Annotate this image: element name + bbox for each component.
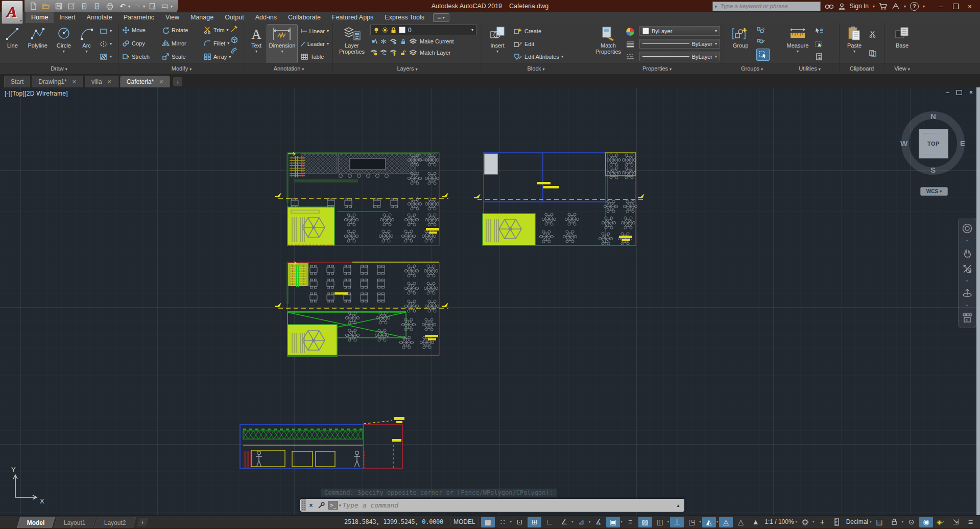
steering-wheel-icon[interactable] [962,223,973,234]
ortho-mode-toggle[interactable]: ∟ [542,517,556,527]
object-color-combo[interactable]: ByLayer▾ [639,26,720,36]
layer-freeze-icon[interactable] [380,38,387,44]
offset-icon[interactable] [230,47,239,55]
layer-isolate-icon[interactable] [390,38,397,44]
text-button[interactable]: A Text ▾ [247,25,266,63]
measure-button[interactable]: Measure ▾ [782,25,813,63]
lineweight-toggle[interactable]: ≡ [624,517,637,527]
help-search-box[interactable]: ▸ [712,2,821,11]
layout-tab-model[interactable]: Model [17,517,55,528]
autodesk-caret-icon[interactable]: ▾ [904,4,906,9]
search-binoculars-icon[interactable] [825,3,834,10]
annotation-scale-button[interactable]: 1:1 / 100% [763,517,795,527]
line-button[interactable]: Line [2,25,23,63]
tab-add-ins[interactable]: Add-ins [250,12,282,23]
scale-button[interactable]: Scale [160,52,201,62]
layout-tab-layout1[interactable]: Layout1 [54,517,96,528]
make-current-button[interactable]: Make Current [420,38,454,44]
viewcube-east[interactable]: E [960,139,965,148]
command-customize-wrench-icon[interactable] [316,502,326,509]
polyline-button[interactable]: Polyline [25,25,51,63]
tab-close-icon[interactable]: ✕ [107,79,112,85]
annotation-all-scales-toggle[interactable]: △ [734,517,748,527]
zoom-extents-icon[interactable] [962,263,973,274]
quick-calculator-icon[interactable] [815,53,830,60]
help-caret-icon[interactable]: ▾ [923,4,925,9]
circle-button[interactable]: Circle ▾ [53,25,75,63]
edit-attributes-button[interactable]: Edit Attributes▾ [512,52,573,61]
orbit-icon[interactable] [962,288,973,299]
sheet-set-button[interactable] [147,1,158,11]
isometric-drafting-toggle[interactable]: ⊿ [575,517,588,527]
block-create-button[interactable]: Create [512,26,573,36]
tab-output[interactable]: Output [219,12,250,23]
transparency-toggle[interactable]: ▨ [638,517,652,527]
match-properties-button[interactable]: Match Properties [592,25,624,63]
linear-dimension-button[interactable]: Linear▾ [299,26,330,36]
tab-parametric[interactable]: Parametric [118,12,160,23]
base-button[interactable]: Base [888,25,917,63]
insert-button[interactable]: Insert ▾ [484,25,511,63]
layer-selector[interactable]: 0 ▾ [370,25,476,35]
quick-select-icon[interactable] [815,28,830,35]
mirror-button[interactable]: Mirror [160,38,201,48]
copy-button[interactable]: Copy [121,38,159,48]
layer-properties-button[interactable]: Layer Properties [335,25,369,63]
annotation-monitor-toggle[interactable]: + [816,517,829,527]
group-button[interactable]: Group [726,25,755,63]
tab-close-icon[interactable]: ✕ [159,79,163,85]
panel-label-block[interactable]: Block ▾ [482,63,590,74]
help-icon[interactable]: ? [910,2,919,11]
object-snap-toggle[interactable]: ▣ [606,517,620,527]
units-ruler-icon[interactable] [830,517,844,527]
command-prompt-icon[interactable]: >_ [328,501,338,510]
isolate-objects-toggle[interactable]: ⊙ [904,517,918,527]
group-edit-icon[interactable] [756,37,772,44]
tab-featured-apps[interactable]: Featured Apps [326,12,379,23]
drawing-minimize-button[interactable]: – [946,89,949,96]
drawing-close-button[interactable]: × [969,89,973,96]
snap-mode-toggle[interactable]: ∷ [496,517,510,527]
close-button[interactable]: × [963,1,977,12]
viewcube-north[interactable]: N [930,112,936,121]
rectangle-button[interactable]: ▾ [98,26,116,36]
user-icon[interactable] [838,3,846,10]
stretch-button[interactable]: Stretch [121,52,159,62]
new-tab-button[interactable]: + [173,77,182,86]
leader-button[interactable]: Leader▾ [299,39,330,49]
layer-lock-small-icon[interactable] [399,38,407,44]
batch-plot-button[interactable] [159,1,171,11]
circle-caret-icon[interactable]: ▾ [63,49,65,55]
showmotion-icon[interactable] [962,312,973,324]
match-layer-icon[interactable] [409,50,417,56]
workspace-switching-gear-icon[interactable] [798,517,812,527]
viewport-controls-label[interactable]: [-][Top][2D Wireframe] [5,90,68,97]
tab-express-tools[interactable]: Express Tools [379,12,430,23]
file-tab-drawing1[interactable]: Drawing1*✕ [32,76,83,87]
tab-annotate[interactable]: Annotate [81,12,118,23]
tab-insert[interactable]: Insert [54,12,81,23]
panel-label-properties[interactable]: Properties ▾ [590,63,724,74]
linetype-list-icon[interactable] [626,53,638,60]
tab-collaborate[interactable]: Collaborate [282,12,326,23]
panel-label-layers[interactable]: Layers ▾ [333,63,482,74]
save-to-web-button[interactable] [91,1,103,11]
rotate-button[interactable]: Rotate [160,25,201,35]
move-button[interactable]: Move [121,25,159,35]
sign-in-caret-icon[interactable]: ▾ [873,4,875,9]
minimize-button[interactable]: – [934,1,948,12]
lock-ui-toggle[interactable] [887,517,901,527]
panel-label-modify[interactable]: Modify ▾ [118,63,245,74]
grid-toggle[interactable]: ▦ [481,517,495,527]
explode-icon[interactable] [230,36,239,44]
panel-label-view[interactable]: View ▾ [885,63,920,74]
drawing-restore-button[interactable] [957,90,962,95]
erase-icon[interactable] [230,25,239,33]
file-tab-cafeteria[interactable]: Cafeteria*✕ [120,76,171,87]
command-grip-handle[interactable] [301,499,306,511]
file-tab-start[interactable]: Start [4,76,30,87]
group-selection-toggle[interactable] [756,49,770,61]
autodesk-logo-icon[interactable] [892,3,900,10]
panel-label-utilities[interactable]: Utilities ▾ [780,63,839,74]
layer-unlock-icon[interactable] [380,50,387,56]
